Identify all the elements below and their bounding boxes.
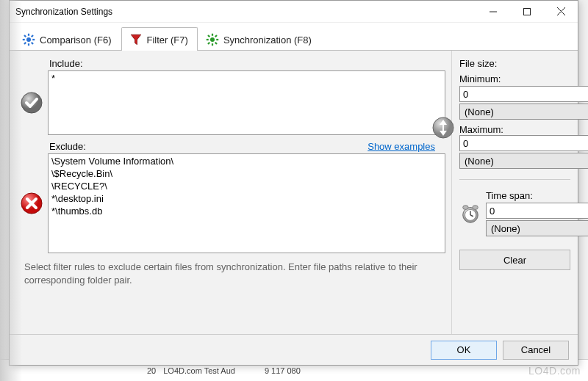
filesize-block: ▲ ▼ (None) Maximum: ▲ ▼ (459, 86, 570, 169)
close-button[interactable] (544, 1, 578, 22)
svg-rect-1 (524, 8, 531, 15)
updown-arrow-icon (431, 116, 455, 142)
tab-label: Comparison (F6) (40, 35, 112, 46)
maximum-label: Maximum: (459, 124, 588, 135)
dialog-window: Synchronization Settings Comparison (F6) (9, 0, 578, 366)
show-examples-link[interactable]: Show examples (368, 141, 435, 152)
timespan-spinner[interactable]: ▲ ▼ (486, 203, 588, 219)
maximum-spinner[interactable]: ▲ ▼ (459, 135, 588, 151)
svg-point-29 (463, 205, 469, 209)
exclude-error-icon (20, 192, 43, 215)
maximum-unit-select[interactable]: (None) (459, 153, 588, 169)
svg-line-18 (208, 35, 209, 37)
tab-label: Synchronization (F8) (223, 35, 312, 46)
svg-line-9 (24, 35, 26, 37)
close-icon (557, 7, 565, 15)
include-textarea[interactable]: * (48, 70, 445, 135)
minimize-button[interactable] (476, 1, 510, 22)
gear-blue-icon (22, 33, 35, 46)
timespan-label: Time span: (486, 190, 588, 201)
svg-line-12 (24, 43, 26, 44)
include-check-icon (20, 91, 43, 115)
svg-line-21 (208, 43, 209, 44)
exclude-row: \System Volume Information\ \$Recycle.Bi… (20, 153, 445, 253)
hint-text: Select filter rules to exclude certain f… (24, 261, 445, 286)
tab-label: Filter (F7) (147, 35, 188, 46)
clear-button[interactable]: Clear (459, 250, 570, 270)
minimum-label: Minimum: (459, 73, 570, 84)
gear-green-icon (206, 33, 219, 46)
timespan-unit-select[interactable]: (None) (486, 220, 588, 236)
window-title: Synchronization Settings (15, 7, 112, 17)
funnel-icon (129, 33, 143, 46)
ok-button[interactable]: OK (431, 341, 497, 360)
svg-line-10 (32, 43, 33, 44)
tab-strip: Comparison (F6) Filter (F7) Synchronizat… (10, 23, 578, 51)
svg-line-11 (32, 35, 33, 37)
minimum-unit-select[interactable]: (None) (459, 104, 588, 120)
svg-line-19 (215, 43, 217, 44)
maximize-button[interactable] (510, 1, 544, 22)
maximum-input[interactable] (460, 136, 588, 150)
svg-line-20 (215, 35, 217, 37)
tab-synchronization[interactable]: Synchronization (F8) (198, 27, 321, 51)
right-panel: File size: Minimum: ▲ ▼ (None) Maximum: (451, 51, 578, 334)
filesize-label: File size: (459, 58, 570, 69)
maximize-icon (523, 8, 531, 15)
clock-icon (459, 202, 481, 225)
svg-point-13 (210, 37, 215, 42)
timespan-input[interactable] (487, 203, 588, 218)
tab-filter[interactable]: Filter (F7) (121, 27, 198, 51)
minimum-spinner[interactable]: ▲ ▼ (459, 86, 588, 102)
minimize-icon (490, 8, 497, 15)
dialog-body: Include: * Exclude: Show examples (10, 51, 578, 334)
titlebar: Synchronization Settings (10, 1, 578, 23)
svg-point-4 (26, 37, 31, 42)
left-panel: Include: * Exclude: Show examples (10, 51, 451, 334)
exclude-header: Exclude: Show examples (49, 141, 445, 152)
dialog-footer: OK Cancel (10, 334, 578, 365)
include-row: * (20, 70, 445, 135)
svg-point-30 (473, 205, 478, 209)
include-label: Include: (49, 58, 445, 69)
exclude-textarea[interactable]: \System Volume Information\ \$Recycle.Bi… (48, 153, 445, 253)
timespan-block: Time span: ▲ ▼ (None) (459, 190, 570, 236)
divider (459, 179, 570, 180)
minimum-input[interactable] (460, 87, 588, 101)
tab-comparison[interactable]: Comparison (F6) (14, 27, 121, 51)
cancel-button[interactable]: Cancel (503, 341, 569, 360)
window-controls (476, 1, 578, 22)
exclude-label: Exclude: (49, 141, 86, 152)
